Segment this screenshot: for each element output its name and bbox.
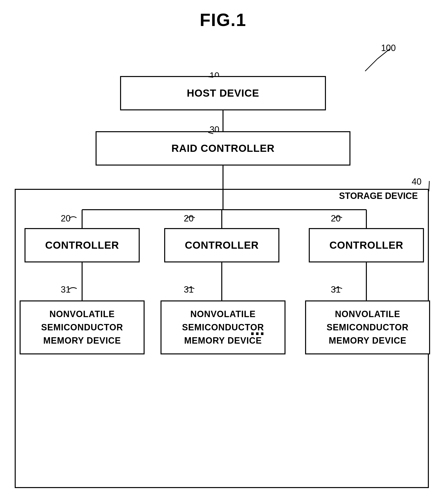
nvm1-box: NONVOLATILE SEMICONDUCTOR MEMORY DEVICE [20, 300, 145, 354]
raid-controller-box: RAID CONTROLLER [96, 131, 350, 165]
ref-100: 100 [381, 43, 396, 53]
nvm1-line3: MEMORY DEVICE [41, 334, 123, 347]
svg-line-2 [365, 59, 377, 71]
host-device-box: HOST DEVICE [120, 76, 326, 110]
nvm3-line3: MEMORY DEVICE [327, 334, 409, 347]
storage-device-label: STORAGE DEVICE [339, 191, 418, 201]
nvm1-line1: NONVOLATILE [41, 307, 123, 321]
nvm3-box: NONVOLATILE SEMICONDUCTOR MEMORY DEVICE [305, 300, 430, 354]
nvm3-line2: SEMICONDUCTOR [327, 321, 409, 334]
nvm2-box: NONVOLATILE SEMICONDUCTOR MEMORY DEVICE [160, 300, 286, 354]
controller1-box: CONTROLLER [24, 228, 140, 262]
ellipsis: ... [250, 319, 265, 339]
svg-line-5 [429, 181, 429, 191]
ref-40: 40 [412, 177, 422, 187]
controller2-box: CONTROLLER [164, 228, 279, 262]
figure-title: FIG.1 [200, 10, 246, 30]
nvm1-line2: SEMICONDUCTOR [41, 321, 123, 334]
nvm3-line1: NONVOLATILE [327, 307, 409, 321]
controller3-box: CONTROLLER [309, 228, 424, 262]
